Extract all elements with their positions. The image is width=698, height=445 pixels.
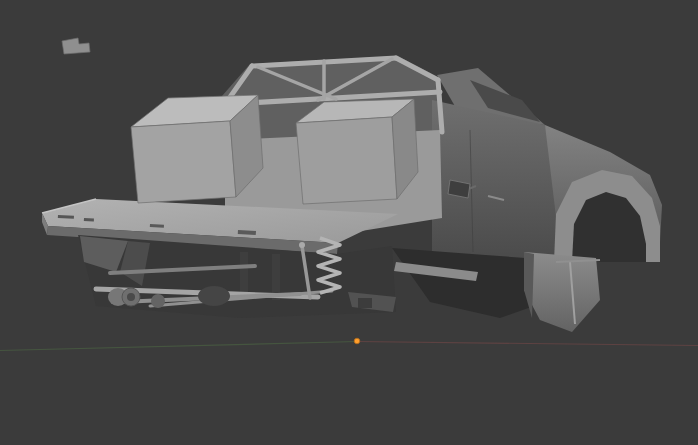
grid-floor: [0, 342, 698, 351]
chassis-underside: [78, 235, 396, 318]
cargo-box-right[interactable]: [296, 99, 418, 204]
shock-mount: [299, 242, 305, 248]
front-wheel-liner[interactable]: [524, 252, 600, 332]
y-axis-line: [0, 342, 357, 351]
truck-model[interactable]: [42, 38, 662, 332]
x-axis-line: [357, 342, 698, 346]
object-origin-marker: [354, 338, 360, 344]
3d-viewport[interactable]: [0, 0, 698, 445]
arm-bushing: [358, 298, 372, 308]
cargo-box-left[interactable]: [131, 95, 263, 203]
deck-slot: [84, 218, 94, 222]
viewport-canvas[interactable]: [0, 0, 698, 445]
bracket-piece[interactable]: [62, 38, 90, 54]
under-cab-shadow: [392, 248, 545, 318]
